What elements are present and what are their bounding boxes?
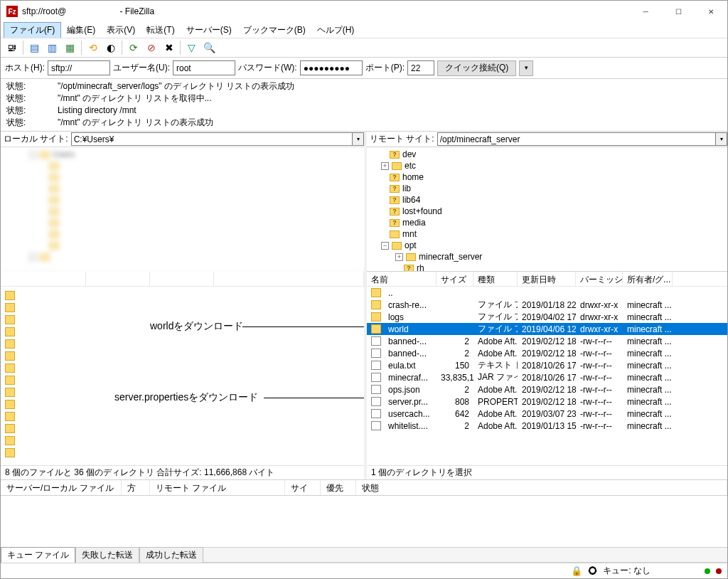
pass-input[interactable] xyxy=(300,60,363,75)
port-input[interactable] xyxy=(407,60,434,75)
app-icon: Fz xyxy=(6,6,18,17)
table-row[interactable]: server.pr...808PROPERTIE...2019/02/12 18… xyxy=(367,395,727,408)
local-site-label: ローカル サイト: xyxy=(1,133,71,145)
toggle-tree-icon[interactable]: ▥ xyxy=(44,40,60,56)
table-row[interactable]: banned-...2Adobe Aft...2019/02/12 18:...… xyxy=(367,347,727,359)
tab-success[interactable]: 成功した転送 xyxy=(139,547,203,563)
menubar: ファイル(F) 編集(E) 表示(V) 転送(T) サーバー(S) ブックマーク… xyxy=(1,22,727,38)
search-icon[interactable]: 🔍 xyxy=(201,40,218,56)
maximize-button[interactable]: ☐ xyxy=(662,1,695,22)
file-icon xyxy=(371,336,381,346)
local-tree[interactable]: −Users + xyxy=(1,147,364,272)
lock-icon[interactable]: 🔒 xyxy=(571,565,582,576)
menu-view[interactable]: 表示(V) xyxy=(101,23,141,38)
menu-help[interactable]: ヘルプ(H) xyxy=(311,23,360,38)
table-row[interactable]: usercach...642Adobe Aft...2019/03/07 23:… xyxy=(367,408,727,420)
close-button[interactable]: ✕ xyxy=(695,1,727,22)
pass-label: パスワード(W): xyxy=(238,62,297,74)
disconnect-icon[interactable]: ✖ xyxy=(161,40,177,56)
transfer-queue[interactable] xyxy=(1,496,727,547)
sync-icon[interactable]: ⟲ xyxy=(85,40,101,56)
file-icon xyxy=(371,385,381,394)
toggle-log-icon[interactable]: ▤ xyxy=(26,40,43,56)
user-label: ユーザー名(U): xyxy=(113,62,170,74)
table-row[interactable]: crash-re...ファイル フォ...2019/01/18 22:...dr… xyxy=(367,299,727,311)
folder-icon xyxy=(371,312,381,322)
remote-filelist[interactable]: 名前サイズ種類更新日時パーミッション所有者/グ... ..crash-re...… xyxy=(367,272,727,465)
remote-status: 1 個のディレクトリを選択 xyxy=(367,465,727,479)
host-label: ホスト(H): xyxy=(5,62,45,74)
remote-tree[interactable]: ?dev +etc ?home ?lib ?lib64 ?lost+found … xyxy=(367,147,727,272)
tab-failed[interactable]: 失敗した転送 xyxy=(75,547,139,563)
menu-edit[interactable]: 編集(E) xyxy=(61,23,101,38)
local-status: 8 個のファイルと 36 個のディレクトリ 合計サイズ: 11,666,868 … xyxy=(1,465,364,479)
remote-col-header[interactable]: 種類 xyxy=(473,272,518,286)
remote-col-header[interactable]: 名前 xyxy=(367,272,437,286)
table-row[interactable]: worldファイル フォ...2019/04/06 12:...drwxr-xr… xyxy=(367,323,727,335)
transfer-queue-header: サーバー/ローカル ファイル 方向 リモート ファイル サイズ 優先度 状態 xyxy=(1,480,727,496)
remote-path-dropdown[interactable]: ▾ xyxy=(716,132,727,146)
table-row[interactable]: minecraf...33,835,116JAR ファイル2018/10/26 … xyxy=(367,371,727,383)
statusbar: 🔒 🞇 キュー: なし xyxy=(1,563,727,578)
quickconnect-button[interactable]: クイック接続(Q) xyxy=(437,60,516,76)
toolbar: 🖳 ▤ ▥ ▦ ⟲ ◐ ⟳ ⊘ ✖ ▽ 🔍 xyxy=(1,38,727,58)
file-icon xyxy=(371,397,381,406)
remote-col-header[interactable]: パーミッション xyxy=(576,272,623,286)
titlebar: Fz sftp://root@ - FileZilla ─ ☐ ✕ xyxy=(1,1,727,22)
file-icon xyxy=(371,409,381,418)
table-row[interactable]: .. xyxy=(367,287,727,299)
local-path-input[interactable] xyxy=(71,132,353,146)
table-row[interactable]: logsファイル フォ...2019/04/02 17:...drwxr-xr-… xyxy=(367,311,727,323)
port-label: ポート(P): xyxy=(365,62,405,74)
user-input[interactable] xyxy=(173,60,235,75)
queue-status: キュー: なし xyxy=(603,565,651,577)
table-row[interactable]: ops.json2Adobe Aft...2019/02/12 18:...-r… xyxy=(367,383,727,395)
compare-icon[interactable]: ◐ xyxy=(102,40,119,56)
remote-site-label: リモート サイト: xyxy=(367,133,437,145)
remote-path-input[interactable] xyxy=(437,132,716,146)
tab-queue[interactable]: キュー ファイル xyxy=(1,547,75,563)
host-input[interactable] xyxy=(48,60,110,75)
status-dot-red xyxy=(716,568,722,574)
quickconnect-history-button[interactable]: ▼ xyxy=(519,60,533,76)
queue-icon: 🞇 xyxy=(588,565,597,576)
local-pane: ローカル サイト: ▾ −Users + xyxy=(1,132,364,479)
filter-icon[interactable]: ▽ xyxy=(183,40,200,56)
file-icon xyxy=(371,373,381,382)
menu-transfer[interactable]: 転送(T) xyxy=(141,23,180,38)
window-title: sftp://root@ - FileZilla xyxy=(22,6,629,18)
file-icon xyxy=(371,361,381,370)
local-filelist[interactable]: worldをダウンロード server.propertiesをダウンロード xyxy=(1,272,364,465)
bottom-tabs: キュー ファイル 失敗した転送 成功した転送 xyxy=(1,547,727,563)
toggle-queue-icon[interactable]: ▦ xyxy=(62,40,78,56)
table-row[interactable]: banned-...2Adobe Aft...2019/02/12 18:...… xyxy=(367,335,727,347)
quickconnect-bar: ホスト(H): ユーザー名(U): パスワード(W): ポート(P): クイック… xyxy=(1,58,727,79)
table-row[interactable]: whitelist....2Adobe Aft...2019/01/13 15:… xyxy=(367,420,727,432)
file-icon xyxy=(371,421,381,430)
table-row[interactable]: eula.txt150テキスト ドキ...2018/10/26 17:...-r… xyxy=(367,359,727,371)
folder-icon xyxy=(371,300,381,309)
local-path-dropdown[interactable]: ▾ xyxy=(353,132,364,146)
file-icon xyxy=(371,349,381,358)
minimize-button[interactable]: ─ xyxy=(629,1,662,22)
refresh-icon[interactable]: ⟳ xyxy=(125,40,141,56)
menu-file[interactable]: ファイル(F) xyxy=(4,22,61,38)
menu-server[interactable]: サーバー(S) xyxy=(181,23,237,38)
status-dot-green xyxy=(705,568,710,574)
menu-bookmark[interactable]: ブックマーク(B) xyxy=(237,23,311,38)
remote-col-header[interactable]: 所有者/グ... xyxy=(623,272,673,286)
folder-icon xyxy=(371,324,381,334)
sitemanager-icon[interactable]: 🖳 xyxy=(4,40,20,56)
cancel-icon[interactable]: ⊘ xyxy=(143,40,159,56)
folder-icon xyxy=(371,288,381,297)
remote-pane: リモート サイト: ▾ ?dev +etc ?home ?lib ?lib64 … xyxy=(367,132,727,479)
remote-col-header[interactable]: サイズ xyxy=(437,272,473,286)
message-log[interactable]: 状態:"/opt/minecraft_server/logs" のディレクトリ … xyxy=(1,79,727,132)
remote-col-header[interactable]: 更新日時 xyxy=(518,272,576,286)
